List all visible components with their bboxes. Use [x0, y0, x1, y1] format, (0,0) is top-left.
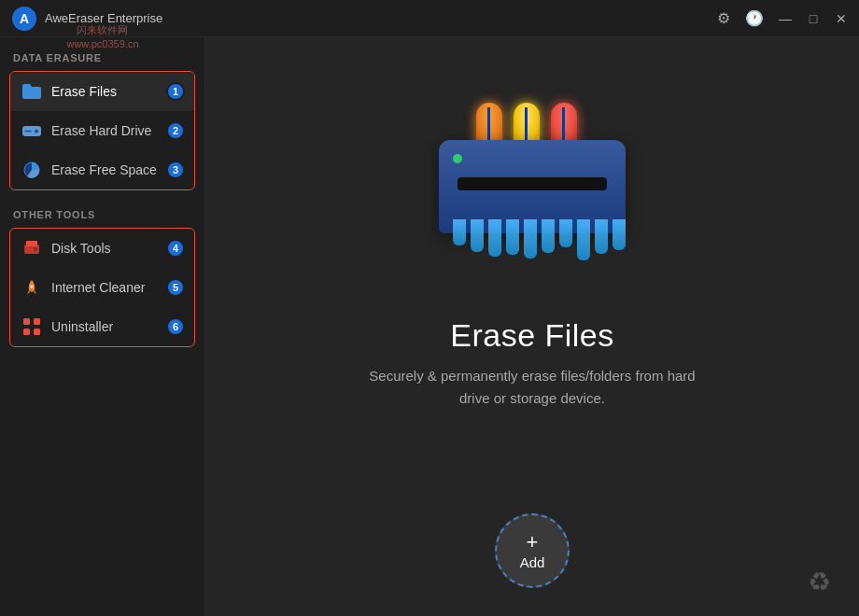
add-button-container: + Add [495, 513, 570, 588]
shredder-slot [458, 177, 607, 190]
history-icon[interactable]: 🕐 [745, 9, 764, 27]
svg-point-8 [34, 247, 37, 251]
uninstaller-badge: 6 [166, 317, 185, 336]
window-controls: ⚙ 🕐 — □ ✕ [717, 9, 848, 27]
rocket-icon [21, 277, 42, 298]
shredder-strip [559, 219, 572, 247]
folder-icon [21, 81, 42, 102]
connector-1 [487, 107, 490, 140]
erase-free-space-label: Erase Free Space [51, 162, 157, 177]
shredder-strip [577, 219, 590, 260]
minimize-button[interactable]: — [779, 12, 792, 25]
shredder-strips [453, 219, 626, 260]
sidebar-item-uninstaller[interactable]: Uninstaller 6 [10, 307, 194, 346]
shredder-strip [542, 219, 555, 253]
shredder-strip [506, 219, 519, 255]
sidebar-item-disk-tools[interactable]: Disk Tools 4 [10, 229, 194, 268]
erase-files-label: Erase Files [51, 84, 117, 99]
settings-icon[interactable]: ⚙ [717, 9, 730, 27]
titlebar: A AweEraser Enterprise ⚙ 🕐 — □ ✕ [0, 0, 859, 37]
svg-rect-11 [34, 318, 40, 325]
other-tools-group: Disk Tools 4 Internet Cleaner 5 [9, 228, 195, 347]
data-erasure-group: Erase Files 1 Erase Hard Drive 2 [9, 71, 195, 190]
svg-rect-13 [34, 329, 40, 335]
svg-text:A: A [20, 11, 29, 26]
svg-point-3 [35, 130, 38, 133]
data-erasure-label: DATA ERASURE [9, 52, 195, 63]
internet-cleaner-label: Internet Cleaner [51, 280, 145, 295]
svg-rect-12 [23, 329, 30, 335]
maximize-button[interactable]: □ [807, 12, 820, 25]
sidebar-item-erase-hard-drive[interactable]: Erase Hard Drive 2 [10, 111, 194, 150]
hdd-icon [21, 120, 42, 141]
connector-3 [562, 107, 565, 140]
sidebar: DATA ERASURE Erase Files 1 [0, 37, 205, 616]
shredder-dot [453, 154, 462, 163]
disk-tools-label: Disk Tools [51, 241, 111, 256]
disk-tools-badge: 4 [166, 239, 185, 258]
other-tools-label: OTHER TOOLS [9, 209, 195, 220]
sidebar-item-erase-free-space[interactable]: Erase Free Space 3 [10, 150, 194, 189]
svg-rect-7 [26, 241, 37, 246]
sidebar-item-internet-cleaner[interactable]: Internet Cleaner 5 [10, 268, 194, 307]
main-title: Erase Files [450, 317, 614, 354]
svg-point-9 [30, 285, 34, 288]
internet-cleaner-badge: 5 [166, 278, 185, 297]
uninstaller-label: Uninstaller [51, 319, 113, 334]
erase-free-space-badge: 3 [166, 161, 185, 179]
shredder-strip [613, 219, 626, 250]
pie-icon [21, 160, 42, 180]
disk-icon [21, 238, 42, 259]
erase-hard-drive-badge: 2 [166, 121, 185, 140]
recycle-icon: ♻ [808, 567, 831, 597]
erase-files-badge: 1 [166, 82, 185, 101]
shredder-strip [595, 219, 608, 254]
sidebar-item-erase-files[interactable]: Erase Files 1 [10, 72, 194, 111]
apps-icon [21, 316, 42, 337]
connector-2 [525, 107, 528, 140]
erase-hard-drive-label: Erase Hard Drive [51, 123, 151, 138]
svg-rect-10 [23, 318, 30, 325]
add-button-label: Add [520, 554, 545, 570]
main-content: Erase Files Securely & permanently erase… [205, 37, 859, 616]
shredder-illustration [430, 75, 635, 289]
app-logo: A [11, 6, 37, 32]
main-description: Securely & permanently erase files/folde… [355, 365, 710, 410]
shredder-strip [524, 219, 537, 259]
close-button[interactable]: ✕ [835, 12, 848, 25]
shredder-strip [488, 219, 501, 257]
shredder-strip [453, 219, 466, 245]
shredder-strip [471, 219, 484, 252]
add-button[interactable]: + Add [495, 513, 570, 588]
app-container: DATA ERASURE Erase Files 1 [0, 37, 859, 616]
app-title: AweEraser Enterprise [45, 11, 717, 25]
